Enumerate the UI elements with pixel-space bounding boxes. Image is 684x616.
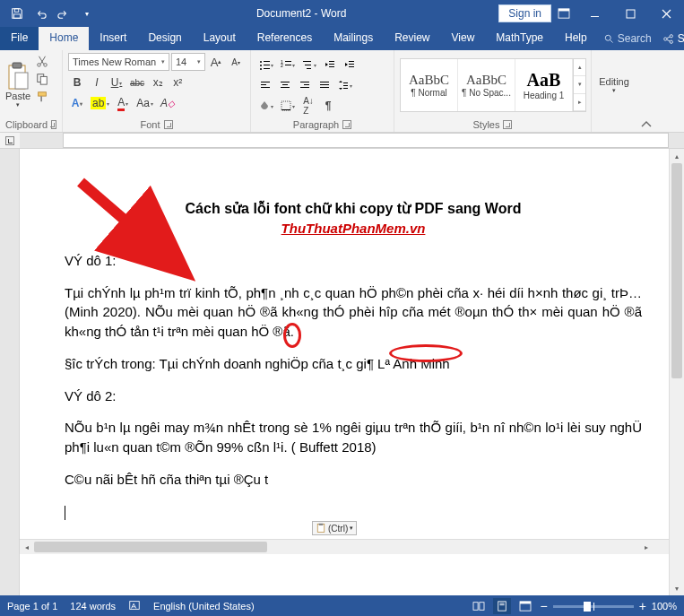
status-page[interactable]: Page 1 of 1 [7, 601, 57, 612]
highlight-button[interactable]: ab▾ [88, 94, 112, 112]
zoom-out-button[interactable]: − [540, 599, 547, 613]
paragraph: NÕu b¹n lµ ng­êi may m¾n nhÊt trong sè 1… [65, 418, 642, 457]
strike-button[interactable]: abc [127, 74, 147, 91]
signin-button[interactable]: Sign in [498, 4, 551, 22]
save-icon[interactable] [7, 4, 27, 23]
share-button[interactable]: Share [652, 27, 684, 50]
paste-options-button[interactable]: (Ctrl) ▾ [312, 521, 357, 535]
sort-button[interactable]: A↓Z [299, 97, 317, 115]
underline-button[interactable]: U▾ [108, 74, 126, 91]
tab-selector[interactable] [0, 133, 20, 148]
bold-button[interactable]: B [68, 74, 86, 91]
undo-icon[interactable] [30, 4, 50, 23]
font-color-button[interactable]: A▾ [114, 94, 132, 112]
subscript-button[interactable]: x₂ [149, 74, 167, 91]
style-no-spacing[interactable]: AaBbC¶ No Spac... [458, 59, 515, 111]
close-icon[interactable] [648, 0, 684, 27]
styles-expand[interactable]: ▸ [574, 94, 585, 111]
show-marks-button[interactable]: ¶ [319, 97, 337, 115]
tab-insert[interactable]: Insert [89, 27, 137, 50]
status-proofing-icon[interactable] [128, 599, 141, 613]
zoom-slider[interactable] [553, 605, 634, 608]
scroll-v-thumb[interactable] [671, 163, 682, 378]
view-web-icon[interactable] [516, 598, 534, 614]
vertical-scrollbar[interactable]: ▴ ▾ [669, 149, 684, 595]
view-print-icon[interactable] [493, 598, 511, 614]
cut-icon[interactable] [34, 53, 50, 69]
editing-menu[interactable]: Editing ▾ [597, 53, 631, 117]
svg-rect-25 [285, 61, 291, 62]
status-words[interactable]: 124 words [70, 601, 116, 612]
window-title: Document2 - Word [104, 7, 498, 20]
style-heading1[interactable]: AaBHeading 1 [515, 59, 573, 111]
line-spacing-button[interactable]: ▾ [335, 76, 355, 94]
multilevel-button[interactable]: ▾ [299, 56, 319, 74]
qat-customize-icon[interactable]: ▾ [77, 4, 97, 23]
italic-button[interactable]: I [88, 74, 106, 91]
font-size-combo[interactable]: 14▾ [171, 53, 205, 71]
redo-icon[interactable] [54, 4, 74, 23]
maximize-icon[interactable] [612, 0, 648, 27]
ruler-horizontal[interactable] [0, 133, 684, 149]
tab-review[interactable]: Review [384, 27, 440, 50]
format-painter-icon[interactable] [34, 89, 50, 105]
ribbon-display-icon[interactable] [551, 8, 576, 19]
ruler-vertical[interactable] [0, 149, 20, 595]
scroll-left-icon[interactable]: ◂ [20, 540, 34, 554]
font-name-combo[interactable]: Times New Roman▾ [68, 53, 169, 71]
grow-font-button[interactable]: A▴ [207, 53, 225, 71]
clipboard-dialog-launcher[interactable] [51, 120, 56, 129]
tab-file[interactable]: File [0, 27, 39, 50]
view-read-icon[interactable] [470, 598, 488, 614]
superscript-button[interactable]: x² [169, 74, 186, 91]
tab-home[interactable]: Home [39, 27, 89, 50]
align-right-button[interactable] [296, 76, 314, 94]
tab-design[interactable]: Design [137, 27, 192, 50]
align-center-button[interactable] [276, 76, 294, 94]
numbering-button[interactable]: 12▾ [278, 56, 298, 74]
paste-button[interactable]: Paste ▾ [5, 53, 30, 117]
paragraph-dialog-launcher[interactable] [342, 120, 351, 129]
styles-prev-row[interactable]: ▴ [574, 59, 585, 76]
tab-help[interactable]: Help [554, 27, 598, 50]
zoom-level[interactable]: 100% [652, 601, 677, 612]
align-left-button[interactable] [256, 76, 274, 94]
tab-references[interactable]: References [247, 27, 323, 50]
increase-indent-button[interactable] [341, 56, 359, 74]
svg-rect-35 [349, 64, 354, 65]
tab-view[interactable]: View [441, 27, 486, 50]
shading-button[interactable]: ▾ [256, 97, 276, 115]
bullets-button[interactable]: ▾ [256, 56, 276, 74]
justify-button[interactable] [316, 76, 333, 94]
tab-mathtype[interactable]: MathType [485, 27, 554, 50]
style-normal[interactable]: AaBbC¶ Normal [401, 59, 458, 111]
styles-dialog-launcher[interactable] [503, 120, 512, 129]
tab-layout[interactable]: Layout [193, 27, 247, 50]
scroll-up-icon[interactable]: ▴ [670, 149, 684, 163]
change-case-button[interactable]: Aa▾ [134, 94, 156, 112]
tell-me-search[interactable]: Search [603, 27, 652, 50]
scroll-down-icon[interactable]: ▾ [670, 581, 684, 595]
horizontal-scrollbar[interactable]: ◂ ▸ [20, 539, 669, 554]
shrink-font-button[interactable]: A▾ [227, 53, 245, 71]
zoom-in-button[interactable]: + [639, 599, 646, 613]
text-effects-button[interactable]: A▾ [68, 94, 86, 112]
tab-mailings[interactable]: Mailings [323, 27, 384, 50]
status-language[interactable]: English (United States) [153, 601, 255, 612]
styles-next-row[interactable]: ▾ [574, 76, 585, 93]
copy-icon[interactable] [34, 71, 50, 87]
borders-button[interactable]: ▾ [278, 97, 298, 115]
minimize-icon[interactable] [576, 0, 612, 27]
svg-rect-16 [40, 76, 47, 84]
paragraph: C©u nãi bÊt hñ cña thiªn tµi ®Çu t­ [65, 470, 642, 490]
decrease-indent-button[interactable] [321, 56, 339, 74]
font-dialog-launcher[interactable] [164, 120, 173, 129]
document-body[interactable]: Cách sửa lỗi font chữ khi copy từ PDF sa… [20, 149, 669, 539]
svg-rect-33 [329, 66, 334, 67]
collapse-ribbon-icon[interactable] [636, 50, 656, 132]
scroll-right-icon[interactable]: ▸ [639, 540, 654, 554]
svg-point-8 [670, 34, 672, 37]
clear-formatting-button[interactable]: A◇ [158, 94, 177, 112]
paragraph: VÝ dô 2: [65, 386, 642, 406]
scroll-h-thumb[interactable] [34, 542, 267, 552]
